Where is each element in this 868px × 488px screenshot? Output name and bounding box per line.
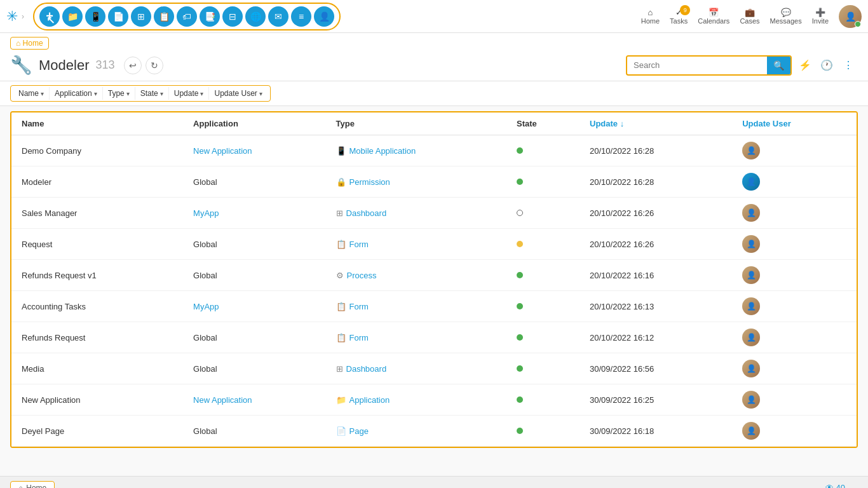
- filter-icon-button[interactable]: ⚡: [796, 56, 815, 75]
- col-update[interactable]: Update ↓: [580, 112, 732, 135]
- type-icon: 📋: [336, 240, 346, 249]
- application-link[interactable]: New Application: [193, 146, 252, 156]
- form-button[interactable]: 📑: [200, 6, 220, 27]
- filter-update-user-chevron: ▾: [259, 90, 262, 97]
- filter-type-label: Type: [108, 89, 125, 98]
- col-name[interactable]: Name: [11, 112, 183, 135]
- filter-update-user[interactable]: Update User ▾: [209, 87, 267, 100]
- cell-name: New Application: [11, 384, 183, 416]
- folder-button[interactable]: 📁: [62, 6, 83, 27]
- invite-nav-icon: ➕: [815, 8, 825, 17]
- type-link[interactable]: Application: [349, 395, 390, 405]
- col-state[interactable]: State: [506, 112, 580, 135]
- filter-type[interactable]: Type ▾: [103, 87, 135, 100]
- cell-name: Sales Manager: [11, 198, 183, 229]
- type-link[interactable]: Mobile Application: [349, 146, 416, 156]
- cell-update-user: 👤: [732, 229, 857, 260]
- grid-button[interactable]: ⊞: [131, 6, 151, 27]
- cell-update: 30/09/2022 16:25: [580, 384, 732, 416]
- more-options-button[interactable]: ⋮: [839, 56, 858, 75]
- type-icon: ⊞: [336, 208, 343, 218]
- application-link[interactable]: New Application: [193, 395, 252, 405]
- row-avatar: 👤: [742, 204, 760, 222]
- type-link[interactable]: Dashboard: [346, 208, 387, 218]
- cell-type: 📁Application: [326, 384, 506, 416]
- filter-row: Name ▾ Application ▾ Type ▾ State ▾ Upda…: [0, 81, 868, 106]
- messages-nav-label: Messages: [770, 17, 802, 25]
- cell-application[interactable]: New Application: [183, 135, 325, 166]
- table-header-row: Name Application Type State Update ↓ Upd…: [11, 112, 857, 135]
- cell-update-user: 👤: [732, 291, 857, 322]
- cell-type: 📱Mobile Application: [326, 135, 506, 166]
- mobile-button[interactable]: 📱: [85, 6, 105, 27]
- type-link[interactable]: Dashboard: [346, 364, 387, 374]
- nav-messages[interactable]: 💬 Messages: [770, 8, 802, 25]
- page-button[interactable]: 📋: [154, 6, 174, 27]
- search-submit-button[interactable]: 🔍: [767, 57, 790, 74]
- add-button[interactable]: + ↖: [39, 6, 60, 27]
- type-link[interactable]: Form: [349, 302, 369, 311]
- filter-name-label: Name: [18, 89, 39, 98]
- type-link[interactable]: Form: [349, 333, 369, 342]
- cell-application[interactable]: MyApp: [183, 198, 325, 229]
- status-dot-green: [517, 179, 523, 185]
- user-avatar[interactable]: 👤: [839, 5, 862, 28]
- invite-nav-label: Invite: [812, 17, 829, 25]
- type-link[interactable]: Form: [349, 240, 369, 249]
- cell-update: 20/10/2022 16:28: [580, 166, 732, 198]
- filter-chips-group: Name ▾ Application ▾ Type ▾ State ▾ Upda…: [10, 85, 271, 102]
- col-type[interactable]: Type: [326, 112, 506, 135]
- table-container: Name Application Type State Update ↓ Upd…: [10, 111, 858, 448]
- cell-update-user: 👤: [732, 416, 857, 447]
- globe-button[interactable]: 🌐: [245, 6, 266, 27]
- type-link[interactable]: Permission: [349, 177, 390, 187]
- search-input[interactable]: [627, 57, 767, 74]
- list-button[interactable]: ≡: [291, 6, 311, 27]
- nav-home[interactable]: ⌂ Home: [641, 8, 660, 25]
- expand-arrow[interactable]: ›: [22, 12, 24, 21]
- nav-cases[interactable]: 💼 Cases: [740, 8, 759, 25]
- status-dot-green: [517, 272, 523, 278]
- table-row: ModelerGlobal🔒Permission20/10/2022 16:28…: [11, 166, 857, 198]
- cell-state: [506, 291, 580, 322]
- type-link[interactable]: Process: [347, 271, 377, 280]
- nav-calendars[interactable]: 📅 Calendars: [698, 8, 729, 25]
- type-link[interactable]: Page: [349, 426, 369, 436]
- table-button[interactable]: ⊟: [222, 6, 243, 27]
- nav-invite[interactable]: ➕ Invite: [812, 8, 829, 25]
- refresh-button[interactable]: ↻: [146, 57, 163, 74]
- nav-tasks[interactable]: 9 ✓ Tasks: [670, 8, 688, 25]
- filter-update-user-label: Update User: [214, 89, 257, 98]
- logo-area: ✳ ›: [6, 8, 24, 25]
- cell-type: 📋Form: [326, 322, 506, 353]
- application-link[interactable]: MyApp: [193, 302, 219, 311]
- cell-application[interactable]: New Application: [183, 384, 325, 416]
- filter-state[interactable]: State ▾: [135, 87, 169, 100]
- row-avatar: 👤: [742, 391, 760, 409]
- filter-update[interactable]: Update ▾: [169, 87, 210, 100]
- cell-update-user: 👤: [732, 322, 857, 353]
- tag-button[interactable]: 🏷: [177, 6, 197, 27]
- cell-state: [506, 322, 580, 353]
- cell-application: Global: [183, 260, 325, 291]
- footer-home-tab[interactable]: ⌂ Home: [10, 481, 55, 489]
- col-application[interactable]: Application: [183, 112, 325, 135]
- cell-application[interactable]: MyApp: [183, 291, 325, 322]
- cases-nav-label: Cases: [740, 17, 759, 25]
- history-icon-button[interactable]: 🕐: [817, 56, 836, 75]
- col-update-user[interactable]: Update User: [732, 112, 857, 135]
- type-icon: 📄: [336, 426, 346, 436]
- breadcrumb[interactable]: ⌂ Home: [10, 37, 49, 50]
- status-dot-green: [517, 428, 523, 434]
- undo-button[interactable]: ↩: [124, 57, 142, 74]
- cell-state: [506, 260, 580, 291]
- type-icon: ⚙: [336, 271, 344, 280]
- filter-name[interactable]: Name ▾: [13, 87, 50, 100]
- filter-application[interactable]: Application ▾: [50, 87, 103, 100]
- document-button[interactable]: 📄: [108, 6, 128, 27]
- envelope-button[interactable]: ✉: [268, 6, 288, 27]
- person-button[interactable]: 👤: [314, 6, 334, 27]
- cursor-icon: ↖: [46, 14, 55, 26]
- application-link[interactable]: MyApp: [193, 208, 219, 218]
- filter-update-label: Update: [174, 89, 199, 98]
